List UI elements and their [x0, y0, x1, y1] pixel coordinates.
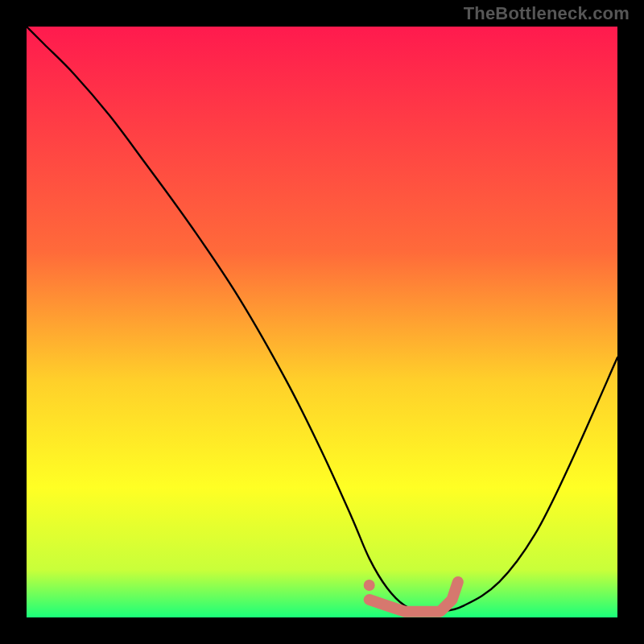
bottleneck-chart — [27, 27, 617, 617]
brand-watermark: TheBottleneck.com — [464, 3, 630, 24]
gradient-background — [27, 27, 617, 617]
highlight-start-dot — [364, 580, 375, 591]
